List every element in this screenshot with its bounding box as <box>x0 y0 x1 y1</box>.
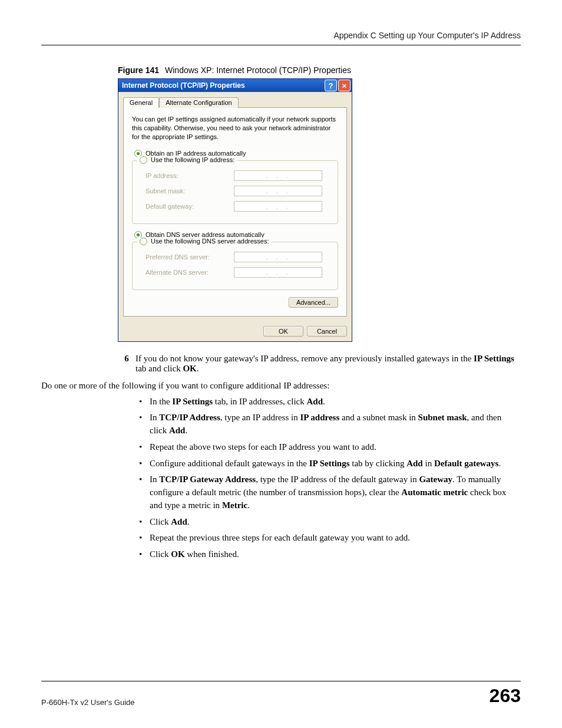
ok-button[interactable]: OK <box>263 326 303 337</box>
radio-use-following-ip-label: Use the following IP address: <box>151 156 234 163</box>
header-rule <box>41 45 521 45</box>
label-alternate-dns: Alternate DNS server: <box>146 269 234 276</box>
step6-text-c: . <box>197 364 199 373</box>
page-header-appendix: Appendix C Setting up Your Computer's IP… <box>41 31 521 40</box>
list-item: Configure additional default gateways in… <box>139 457 521 470</box>
list-item: Repeat the previous three steps for each… <box>139 532 521 545</box>
radio-icon[interactable] <box>140 156 147 164</box>
step6-bold-b: OK <box>183 364 196 373</box>
list-item: Repeat the above two steps for each IP a… <box>139 441 521 454</box>
list-item: In TCP/IP Address, type an IP address in… <box>139 411 521 437</box>
radio-use-following-dns-label: Use the following DNS server addresses: <box>151 238 269 245</box>
cancel-button[interactable]: Cancel <box>307 326 347 337</box>
input-subnet-mask[interactable]: ... <box>234 186 322 196</box>
figure-caption: Figure 141Windows XP: Internet Protocol … <box>118 65 521 75</box>
figure-label: Figure 141 <box>118 65 159 75</box>
step-6: 6 If you do not know your gateway's IP a… <box>118 354 521 374</box>
tab-alternate-configuration[interactable]: Alternate Configuration <box>159 97 239 108</box>
figure-caption-text: Windows XP: Internet Protocol (TCP/IP) P… <box>165 65 351 75</box>
list-item: Click OK when finished. <box>139 548 521 561</box>
intro-text: Do one or more of the following if you w… <box>41 381 521 391</box>
input-alternate-dns[interactable]: ... <box>234 267 322 278</box>
list-item: In TCP/IP Gateway Address, type the IP a… <box>139 473 521 512</box>
step6-text-b: tab and click <box>135 364 183 373</box>
input-ip-address[interactable]: ... <box>234 170 322 181</box>
advanced-button[interactable]: Advanced... <box>289 297 338 308</box>
footer-guide: P-660H-Tx v2 User's Guide <box>41 698 135 707</box>
list-item: In the IP Settings tab, in IP addresses,… <box>139 396 521 409</box>
dialog-title: Internet Protocol (TCP/IP) Properties <box>122 81 325 90</box>
tabs: General Alternate Configuration <box>123 97 347 108</box>
step6-bold-a: IP Settings <box>474 354 514 363</box>
label-ip-address: IP address: <box>146 172 234 179</box>
footer-rule <box>41 681 521 681</box>
input-default-gateway[interactable]: ... <box>234 201 322 212</box>
step6-text-a: If you do not know your gateway's IP add… <box>135 354 474 363</box>
label-subnet-mask: Subnet mask: <box>146 187 234 195</box>
radio-icon[interactable] <box>140 238 147 245</box>
input-preferred-dns[interactable]: ... <box>234 252 322 262</box>
page-number: 263 <box>490 685 521 707</box>
dialog-titlebar: Internet Protocol (TCP/IP) Properties ? … <box>118 79 352 92</box>
bullet-list: In the IP Settings tab, in IP addresses,… <box>139 396 521 561</box>
step-number: 6 <box>118 354 135 374</box>
help-icon[interactable]: ? <box>325 80 337 91</box>
list-item: Click Add. <box>139 516 521 529</box>
tab-general[interactable]: General <box>123 97 159 108</box>
close-icon[interactable]: × <box>338 80 351 91</box>
label-preferred-dns: Preferred DNS server: <box>146 253 234 261</box>
tcpip-properties-dialog: Internet Protocol (TCP/IP) Properties ? … <box>118 78 352 342</box>
dialog-description: You can get IP settings assigned automat… <box>132 115 338 141</box>
label-default-gateway: Default gateway: <box>146 203 234 210</box>
